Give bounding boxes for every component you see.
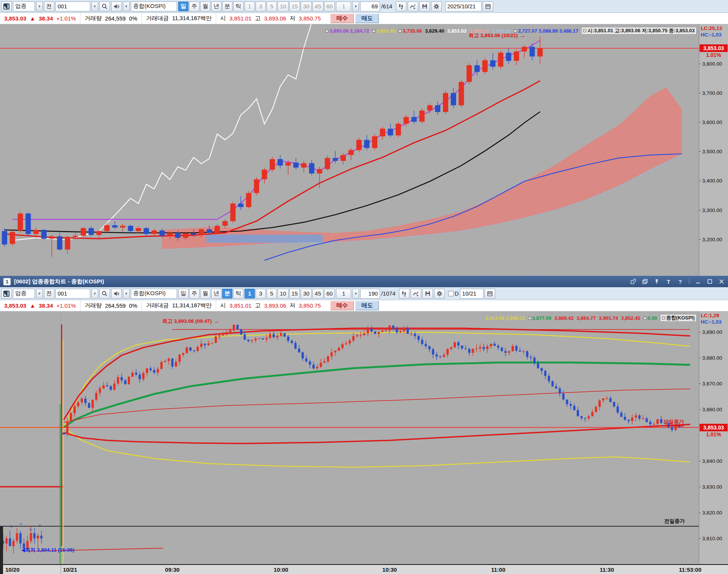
maximize-icon[interactable] bbox=[707, 278, 713, 285]
period-button-top-0[interactable]: 일 bbox=[178, 2, 188, 11]
interval-button-bottom-1[interactable]: 3 bbox=[256, 289, 266, 299]
period-button-top-4[interactable]: 분 bbox=[222, 2, 232, 11]
interval-button-top-5[interactable]: 30 bbox=[301, 2, 312, 11]
interval-button-bottom-3[interactable]: 10 bbox=[278, 289, 289, 299]
daily-chart-price-axis[interactable]: LC:25,13 HC:-1,03 3,853.03 1.01% 3,800.0… bbox=[699, 24, 728, 276]
prev-button-2[interactable]: 전 bbox=[44, 289, 54, 299]
interval-button-top-7[interactable]: 60 bbox=[324, 2, 335, 11]
save-button-top[interactable] bbox=[419, 2, 430, 11]
settings-button-bottom[interactable] bbox=[434, 289, 445, 299]
prev-button[interactable]: 전 bbox=[44, 2, 54, 11]
buy-button[interactable]: 매수 bbox=[330, 14, 354, 23]
interval-button-top-4[interactable]: 15 bbox=[289, 2, 300, 11]
indicator-toggle-icon[interactable] bbox=[583, 29, 586, 32]
link-window-button[interactable] bbox=[1, 2, 12, 11]
indicator-toggle-icon[interactable] bbox=[325, 30, 328, 33]
period-button-top-2[interactable]: 월 bbox=[200, 2, 210, 11]
sound-dropdown-icon[interactable]: ▼ bbox=[123, 2, 130, 11]
interval-combo-bottom-dropdown-icon[interactable]: ▼ bbox=[352, 289, 359, 299]
date-input-bottom[interactable] bbox=[460, 289, 483, 299]
sector-select[interactable]: 업종 bbox=[13, 2, 35, 11]
calendar-button-top[interactable] bbox=[483, 2, 493, 11]
search-button[interactable] bbox=[99, 2, 110, 11]
save-button-bottom[interactable] bbox=[422, 289, 433, 299]
interval-combo-top-dropdown-icon[interactable]: ▼ bbox=[352, 2, 359, 11]
code-input-2[interactable] bbox=[55, 289, 90, 299]
link-window-button-2[interactable] bbox=[1, 289, 12, 299]
interval-button-bottom-4[interactable]: 15 bbox=[289, 289, 300, 299]
save-icon bbox=[425, 291, 431, 297]
axis-tick-mark bbox=[699, 332, 701, 332]
indicator-toggle-icon[interactable] bbox=[399, 30, 402, 33]
interval-button-bottom-5[interactable]: 30 bbox=[301, 289, 312, 299]
window-title-bar[interactable]: 1 [0602] 업종종합차트 - 종합(KOSPI) T ? bbox=[0, 276, 728, 287]
indicator-toggle-icon[interactable] bbox=[528, 317, 531, 320]
code-dropdown-icon[interactable]: ▼ bbox=[91, 2, 98, 11]
compare-add-button-bottom[interactable] bbox=[399, 289, 410, 299]
minute-chart-price-axis[interactable]: LC:1,29 HC:-1,03 3,853.03 1.01% 3,890.00… bbox=[699, 311, 728, 564]
code-dropdown-icon-2[interactable]: ▼ bbox=[91, 289, 98, 299]
sound-dropdown-icon-2[interactable]: ▼ bbox=[123, 289, 130, 299]
interval-button-bottom-2[interactable]: 5 bbox=[267, 289, 277, 299]
period-button-bottom-0[interactable]: 일 bbox=[178, 289, 188, 299]
indicator-toggle-icon[interactable] bbox=[662, 316, 665, 319]
period-button-bottom-4[interactable]: 분 bbox=[222, 289, 232, 299]
pin-icon[interactable] bbox=[654, 278, 660, 285]
close-icon[interactable] bbox=[719, 278, 725, 285]
daily-lc-label: LC:25,13 bbox=[701, 25, 722, 31]
search-button-2[interactable] bbox=[99, 289, 110, 299]
daily-chart-panel[interactable]: 3,893.06 2,284.723,852.453,735.063,629.4… bbox=[0, 24, 728, 276]
last-price: 3,853.03 bbox=[4, 302, 26, 309]
sound-button-2[interactable] bbox=[111, 289, 122, 299]
period-button-bottom-2[interactable]: 월 bbox=[200, 289, 210, 299]
interval-button-bottom-0[interactable]: 1 bbox=[245, 289, 255, 299]
period-button-top-1[interactable]: 주 bbox=[189, 2, 199, 11]
sector-select-2[interactable]: 업종 bbox=[13, 289, 35, 299]
sound-button[interactable] bbox=[111, 2, 122, 11]
interval-button-top-1[interactable]: 3 bbox=[256, 2, 266, 11]
period-button-top-5[interactable]: 틱 bbox=[233, 2, 243, 11]
compare-add-button-top[interactable] bbox=[396, 2, 406, 11]
bar-count-input-top[interactable] bbox=[360, 2, 380, 11]
minute-chart-plot-area[interactable]: ++++ 3,914.06 3,840.133,877.093,889.423,… bbox=[0, 311, 699, 564]
trend-add-button-top[interactable] bbox=[408, 2, 418, 11]
buy-button[interactable]: 매수 bbox=[330, 301, 354, 310]
interval-button-bottom-6[interactable]: 45 bbox=[312, 289, 323, 299]
period-button-bottom-5[interactable]: 틱 bbox=[233, 289, 243, 299]
sell-button[interactable]: 매도 bbox=[355, 301, 379, 310]
sector-dropdown-icon[interactable]: ▼ bbox=[36, 2, 43, 11]
time-axis[interactable]: 10/2010/2109:3010:0010:3011:0011:3011:53… bbox=[0, 564, 728, 574]
interval-button-bottom-7[interactable]: 60 bbox=[324, 289, 335, 299]
settings-button-top[interactable] bbox=[431, 2, 442, 11]
interval-combo-top[interactable]: 1 bbox=[336, 2, 351, 11]
bar-count-input-bottom[interactable] bbox=[360, 289, 380, 299]
trend-add-button-bottom[interactable] bbox=[411, 289, 421, 299]
high-label: 고 bbox=[255, 15, 260, 22]
interval-button-top-2[interactable]: 5 bbox=[267, 2, 277, 11]
daily-chart-plot-area[interactable]: 3,893.06 2,284.723,852.453,735.063,629.4… bbox=[0, 24, 699, 276]
sell-button[interactable]: 매도 bbox=[355, 14, 379, 23]
indicator-toggle-icon[interactable] bbox=[372, 30, 375, 33]
scrollbar-thumb[interactable] bbox=[0, 527, 3, 574]
d-checkbox[interactable] bbox=[448, 291, 453, 296]
period-button-top-3[interactable]: 년 bbox=[211, 2, 221, 11]
minimize-icon[interactable] bbox=[695, 278, 701, 285]
help-icon[interactable]: ? bbox=[677, 278, 683, 285]
open-value: 3,851.01 bbox=[229, 15, 251, 22]
sector-dropdown-icon-2[interactable]: ▼ bbox=[36, 289, 43, 299]
interval-button-top-0[interactable]: 1 bbox=[245, 2, 255, 11]
minute-chart-panel[interactable]: ++++ 3,914.06 3,840.133,877.093,889.423,… bbox=[0, 311, 728, 564]
date-input-top[interactable] bbox=[445, 2, 482, 11]
code-input[interactable] bbox=[55, 2, 90, 11]
restore-size-icon[interactable] bbox=[630, 278, 636, 285]
text-tool-icon[interactable]: T bbox=[665, 278, 672, 285]
interval-button-top-6[interactable]: 45 bbox=[312, 2, 323, 11]
interval-button-top-3[interactable]: 10 bbox=[278, 2, 289, 11]
calendar-button-bottom[interactable] bbox=[485, 289, 495, 299]
period-button-bottom-1[interactable]: 주 bbox=[189, 289, 199, 299]
duplicate-window-icon[interactable] bbox=[642, 278, 648, 285]
indicator-toggle-icon[interactable] bbox=[643, 317, 646, 320]
axis-tick-mark bbox=[699, 538, 701, 539]
period-button-bottom-3[interactable]: 년 bbox=[211, 289, 221, 299]
interval-combo-bottom[interactable]: 1 bbox=[336, 289, 351, 299]
